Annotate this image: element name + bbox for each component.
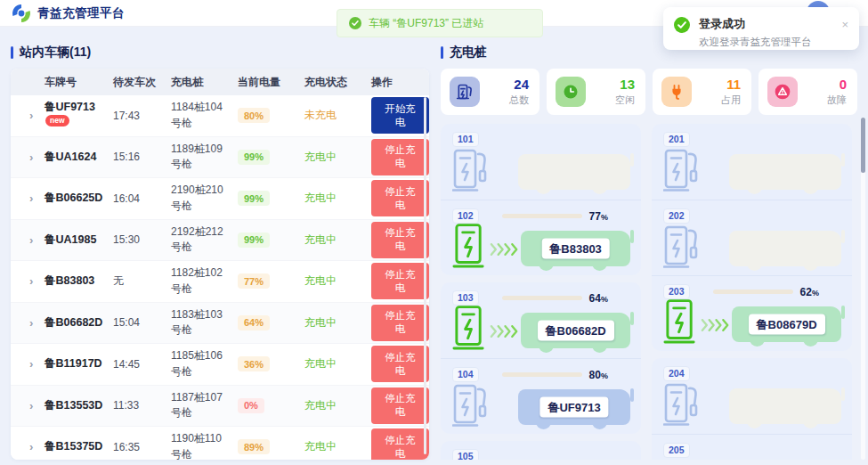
- stop-charge-button[interactable]: 停止充电: [371, 139, 429, 175]
- pile-slot-103: 103 64% 鲁B06682D: [441, 282, 641, 358]
- stop-charge-button[interactable]: 停止充电: [371, 305, 429, 341]
- expand-chevron-icon[interactable]: ›: [28, 274, 45, 288]
- expand-chevron-icon[interactable]: ›: [28, 316, 45, 330]
- stop-charge-button[interactable]: 停止充电: [371, 180, 429, 216]
- pile-cell: 2190桩210号枪: [171, 183, 238, 214]
- slot-body-row: 鲁B06682D: [452, 306, 630, 357]
- slot-top-row: 201: [663, 132, 841, 147]
- slot-top-row: 202: [663, 208, 841, 224]
- pile-slot-203: 203 62% 鲁B08679D: [652, 275, 852, 351]
- column-header-2: 充电桩: [171, 75, 238, 90]
- slot-body-row: 鲁UF9713: [452, 382, 630, 434]
- expand-chevron-icon[interactable]: ›: [28, 399, 45, 412]
- pile-number-chip: 102: [452, 208, 479, 224]
- battery-badge: 99%: [238, 150, 270, 165]
- table-header-row: 车牌号待发车次充电桩当前电量充电状态操作: [11, 69, 429, 95]
- stop-charge-button[interactable]: 停止充电: [371, 428, 429, 460]
- vehicle-arrival-toast: 车辆 “鲁UF9713” 已进站: [337, 9, 543, 37]
- table-body: › 鲁UF9713new 17:43 1184桩104号枪 80% 未充电 开始…: [11, 95, 429, 460]
- stat-label: 故障: [827, 94, 847, 107]
- slot-body-row: [663, 458, 841, 460]
- app-title: 青益充管理平台: [37, 5, 125, 21]
- slot-top-row: 105: [452, 449, 630, 460]
- status-cell: 充电中: [304, 273, 371, 289]
- table-row: › 鲁B06682D 15:04 1183桩103号枪 64% 充电中 停止充电: [11, 303, 429, 345]
- stop-charge-button[interactable]: 停止充电: [371, 346, 429, 382]
- stat-label: 占用: [721, 94, 741, 107]
- action-cell: 停止充电: [371, 222, 429, 258]
- bus-wheel: [592, 263, 607, 271]
- slot-body-row: 鲁B08679D: [663, 299, 841, 351]
- depart-cell: 11:33: [113, 399, 171, 412]
- scrollbar-track[interactable]: [861, 118, 865, 460]
- pile-number-chip: 205: [663, 443, 690, 458]
- stat-icon-box: [767, 77, 798, 107]
- depart-cell: 无: [113, 273, 171, 289]
- table-row: › 鲁B11917D 14:45 1185桩106号枪 36% 充电中 停止充电: [11, 344, 429, 386]
- stat-label: 空闲: [615, 94, 635, 107]
- status-cell: 充电中: [304, 232, 371, 248]
- pile-slot-205: 205: [652, 434, 852, 460]
- charge-percent: 80%: [589, 369, 608, 381]
- bus-illustration: [729, 388, 841, 424]
- expand-chevron-icon[interactable]: ›: [28, 192, 45, 205]
- status-cell: 充电中: [304, 150, 371, 165]
- bus-antenna: [841, 230, 846, 243]
- bus-illustration: 鲁B83803: [521, 231, 630, 266]
- status-cell: 充电中: [304, 356, 371, 371]
- bus-plate: 鲁B83803: [541, 239, 610, 259]
- progress-track: [713, 290, 793, 294]
- battery-badge: 64%: [238, 315, 270, 330]
- column-header-1: 待发车次: [113, 75, 171, 90]
- stat-meta: 0 故障: [827, 77, 847, 107]
- bus-plate: 鲁B06682D: [538, 321, 614, 341]
- bus-wheel: [803, 186, 818, 194]
- bus-illustration: [729, 154, 841, 190]
- column-header-5: 操作: [371, 75, 429, 90]
- battery-cell: 77%: [238, 273, 304, 289]
- title-accent-bar: [441, 46, 443, 59]
- expand-chevron-icon[interactable]: ›: [28, 233, 45, 247]
- slot-top-row: 104 80%: [452, 367, 630, 382]
- table-row: › 鲁UA1624 15:16 1189桩109号枪 99% 充电中 停止充电: [11, 137, 429, 179]
- pile-slot-101: 101: [441, 124, 641, 200]
- plate-cell: 鲁UA1624: [45, 150, 113, 165]
- table-row: › 鲁B83803 无 1182桩102号枪 77% 充电中 停止充电: [11, 261, 429, 303]
- expand-chevron-icon[interactable]: ›: [28, 151, 45, 164]
- charging-pile-active-icon: [452, 223, 487, 269]
- expand-chevron-icon[interactable]: ›: [28, 440, 45, 453]
- scrollbar-thumb[interactable]: [861, 118, 865, 173]
- app-logo-icon: [12, 4, 31, 23]
- charge-percent: 62%: [800, 286, 819, 298]
- charge-percent: 64%: [589, 292, 608, 305]
- column-header-0: 车牌号: [45, 75, 113, 90]
- expand-chevron-icon[interactable]: ›: [28, 109, 45, 122]
- close-icon[interactable]: ×: [841, 19, 848, 30]
- stop-charge-button[interactable]: 停止充电: [371, 222, 429, 258]
- vehicles-table: 车牌号待发车次充电桩当前电量充电状态操作 › 鲁UF9713new 17:43 …: [11, 69, 429, 460]
- toast-text: 车辆 “鲁UF9713” 已进站: [369, 16, 483, 31]
- bus-illustration: 鲁B08679D: [732, 306, 841, 342]
- depart-cell: 16:04: [113, 192, 171, 205]
- vehicles-panel-title: 站内车辆(11): [11, 45, 429, 61]
- action-cell: 停止充电: [371, 305, 429, 341]
- slot-body-row: [663, 147, 841, 199]
- bus-wheel: [592, 186, 607, 194]
- bus-wheel: [536, 186, 551, 194]
- pile-cell: 1182桩102号枪: [171, 265, 238, 297]
- stop-charge-button[interactable]: 停止充电: [371, 263, 429, 299]
- plate-cell: 鲁B11917D: [45, 356, 113, 371]
- table-scrollbar[interactable]: [424, 97, 426, 454]
- pile-cell: 1189桩109号枪: [171, 142, 238, 173]
- charge-percent: 77%: [589, 210, 608, 223]
- success-check-icon: [349, 17, 361, 29]
- expand-chevron-icon[interactable]: ›: [28, 357, 45, 371]
- start-charge-button[interactable]: 开始充电: [371, 97, 429, 134]
- stop-charge-button[interactable]: 停止充电: [371, 388, 429, 424]
- progress-track: [502, 214, 582, 218]
- status-cell: 未充电: [304, 108, 371, 123]
- table-row: › 鲁UF9713new 17:43 1184桩104号枪 80% 未充电 开始…: [11, 95, 429, 137]
- pile-card: 105: [441, 441, 641, 460]
- battery-badge: 36%: [238, 356, 270, 371]
- action-cell: 停止充电: [371, 428, 429, 460]
